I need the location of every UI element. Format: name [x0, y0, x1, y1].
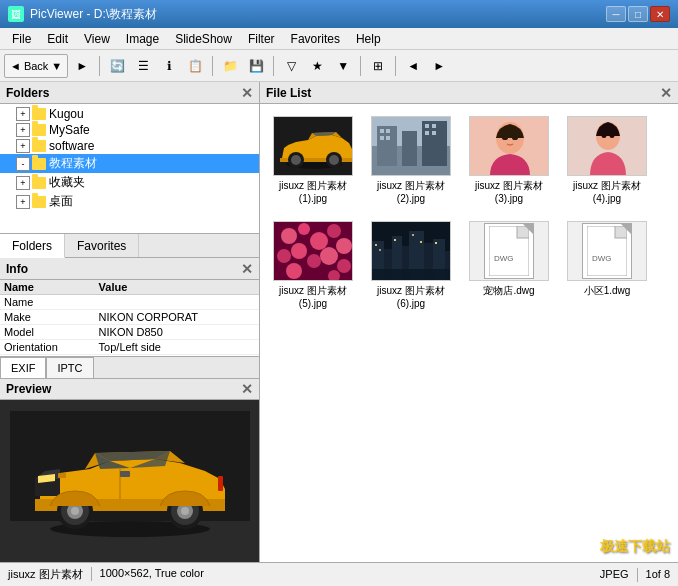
- folder-icon-favorites: [32, 177, 46, 189]
- drive-button[interactable]: 💾: [244, 54, 268, 78]
- folders-tree[interactable]: + Kugou + MySafe + software - 教程素材: [0, 104, 259, 234]
- file-item-4[interactable]: jisuxz 图片素材(4).jpg: [562, 112, 652, 209]
- tree-expand-kugou[interactable]: +: [16, 107, 30, 121]
- preview-image: [0, 400, 259, 562]
- folder-button[interactable]: 📁: [218, 54, 242, 78]
- preview-label: Preview: [6, 382, 51, 396]
- svg-point-6: [71, 507, 79, 515]
- file-thumb-6: [371, 221, 451, 281]
- tree-item-jiaocheng[interactable]: - 教程素材: [0, 154, 259, 173]
- menu-bar: File Edit View Image SlideShow Filter Fa…: [0, 28, 678, 50]
- copy-button[interactable]: 📋: [183, 54, 207, 78]
- file-item-6[interactable]: jisuxz 图片素材(6).jpg: [366, 217, 456, 314]
- menu-file[interactable]: File: [4, 30, 39, 48]
- file-name-3: jisuxz 图片素材(3).jpg: [475, 179, 543, 205]
- svg-point-53: [286, 263, 302, 279]
- minimize-button[interactable]: ─: [606, 6, 626, 22]
- info-button[interactable]: ℹ: [157, 54, 181, 78]
- file-item-8[interactable]: DWG 小区1.dwg: [562, 217, 652, 314]
- file-thumb-4: [567, 116, 647, 176]
- svg-point-18: [291, 155, 301, 165]
- file-thumb-7: DWG: [469, 221, 549, 281]
- nav-next-button[interactable]: ►: [427, 54, 451, 78]
- svg-rect-25: [386, 129, 390, 133]
- info-label: Info: [6, 262, 28, 276]
- menu-filter[interactable]: Filter: [240, 30, 283, 48]
- file-list-close-button[interactable]: ✕: [660, 85, 672, 101]
- svg-point-20: [329, 155, 339, 165]
- grid-button[interactable]: ⊞: [366, 54, 390, 78]
- file-name-7: 宠物店.dwg: [483, 284, 534, 297]
- toolbar-separator-5: [395, 56, 396, 76]
- dwg-icon-1: DWG: [484, 223, 534, 279]
- tab-folders[interactable]: Folders: [0, 234, 65, 258]
- svg-rect-27: [386, 136, 390, 140]
- svg-rect-73: [517, 226, 529, 238]
- svg-point-41: [610, 134, 615, 138]
- toolbar: ◄ Back ▼ ► 🔄 ☰ ℹ 📋 📁 💾 ▽ ★ ▼ ⊞ ◄ ►: [0, 50, 678, 82]
- menu-favorites[interactable]: Favorites: [283, 30, 348, 48]
- file-grid[interactable]: jisuxz 图片素材(1).jpg: [260, 104, 678, 562]
- status-divider-1: [91, 567, 92, 581]
- tree-item-favorites[interactable]: + 收藏夹: [0, 173, 259, 192]
- file-list-label: File List: [266, 86, 311, 100]
- tab-favorites[interactable]: Favorites: [65, 234, 139, 257]
- tree-expand-desktop[interactable]: +: [16, 195, 30, 209]
- svg-rect-67: [394, 239, 396, 241]
- close-button[interactable]: ✕: [650, 6, 670, 22]
- info-tab-exif[interactable]: EXIF: [0, 357, 46, 378]
- info-close-button[interactable]: ✕: [241, 261, 253, 277]
- info-tab-iptc[interactable]: IPTC: [46, 357, 93, 378]
- tree-item-software[interactable]: + software: [0, 138, 259, 154]
- file-item-2[interactable]: jisuxz 图片素材(2).jpg: [366, 112, 456, 209]
- forward-button[interactable]: ►: [70, 54, 94, 78]
- filter-button[interactable]: ▽: [279, 54, 303, 78]
- menu-image[interactable]: Image: [118, 30, 167, 48]
- info-model-value: NIKON D850: [95, 325, 259, 340]
- file-item-7[interactable]: DWG 宠物店.dwg: [464, 217, 554, 314]
- svg-rect-70: [435, 242, 437, 244]
- info-make-value: NIKON CORPORAT: [95, 310, 259, 325]
- tree-item-desktop[interactable]: + 桌面: [0, 192, 259, 211]
- svg-point-40: [602, 134, 607, 138]
- folders-close-button[interactable]: ✕: [241, 85, 253, 101]
- svg-rect-66: [379, 249, 381, 251]
- nav-prev-button[interactable]: ◄: [401, 54, 425, 78]
- tree-expand-favorites[interactable]: +: [16, 176, 30, 190]
- svg-rect-75: [587, 226, 627, 276]
- svg-point-50: [307, 254, 321, 268]
- file-thumb-8: DWG: [567, 221, 647, 281]
- menu-help[interactable]: Help: [348, 30, 389, 48]
- tree-expand-mysafe[interactable]: +: [16, 123, 30, 137]
- file-item-5[interactable]: jisuxz 图片素材(5).jpg: [268, 217, 358, 314]
- folder-icon-jiaocheng: [32, 158, 46, 170]
- tree-expand-software[interactable]: +: [16, 139, 30, 153]
- menu-view[interactable]: View: [76, 30, 118, 48]
- menu-slideshow[interactable]: SlideShow: [167, 30, 240, 48]
- info-section: Info ✕ Name Value Name Make NIKON CORPOR…: [0, 258, 259, 378]
- status-bar: jisuxz 图片素材 1000×562, True color JPEG 1o…: [0, 562, 678, 586]
- svg-point-43: [281, 228, 297, 244]
- star-drop-button[interactable]: ▼: [331, 54, 355, 78]
- svg-rect-30: [425, 124, 429, 128]
- info-row-make: Make NIKON CORPORAT: [0, 310, 259, 325]
- star-button[interactable]: ★: [305, 54, 329, 78]
- file-item-1[interactable]: jisuxz 图片素材(1).jpg: [268, 112, 358, 209]
- folder-icon-kugou: [32, 108, 46, 120]
- title-bar: 🖼 PicViewer - D:\教程素材 ─ □ ✕: [0, 0, 678, 28]
- tree-item-mysafe[interactable]: + MySafe: [0, 122, 259, 138]
- back-button[interactable]: ◄ Back ▼: [4, 54, 68, 78]
- tree-expand-jiaocheng[interactable]: -: [16, 157, 30, 171]
- tree-item-kugou[interactable]: + Kugou: [0, 106, 259, 122]
- folder-icon-desktop: [32, 196, 46, 208]
- svg-rect-32: [425, 131, 429, 135]
- menu-edit[interactable]: Edit: [39, 30, 76, 48]
- view-list-button[interactable]: ☰: [131, 54, 155, 78]
- preview-close-button[interactable]: ✕: [241, 381, 253, 397]
- toolbar-separator-3: [273, 56, 274, 76]
- file-item-3[interactable]: jisuxz 图片素材(3).jpg: [464, 112, 554, 209]
- refresh-button[interactable]: 🔄: [105, 54, 129, 78]
- info-row-orientation: Orientation Top/Left side: [0, 340, 259, 355]
- col-value-header: Value: [95, 280, 259, 295]
- maximize-button[interactable]: □: [628, 6, 648, 22]
